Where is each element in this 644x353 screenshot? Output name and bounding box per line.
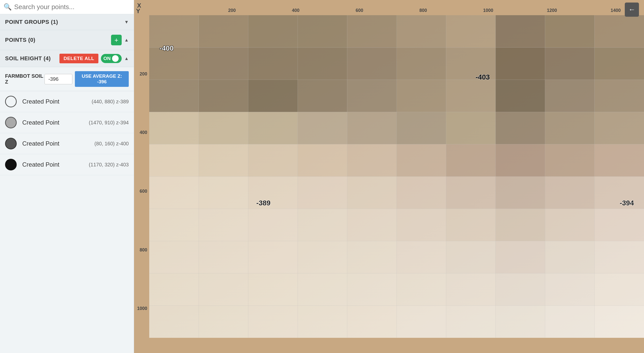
farmbot-soil-z-label: FARMBOT SOIL Z (5, 73, 45, 85)
svg-rect-34 (298, 112, 347, 144)
use-average-button[interactable]: USE AVERAGE Z: -396 (75, 71, 129, 87)
svg-rect-52 (199, 176, 248, 209)
point-groups-header: POINT GROUPS (1) ▼ (0, 14, 134, 30)
svg-rect-97 (446, 306, 496, 338)
soil-height-collapse-icon[interactable]: ▲ (124, 56, 129, 61)
svg-rect-55 (347, 176, 397, 209)
point-circle-1 (5, 117, 17, 128)
add-point-button[interactable]: + (111, 35, 122, 45)
svg-rect-100 (594, 306, 644, 338)
ruler-tick-left-1000: 1000 (137, 306, 147, 311)
svg-rect-98 (496, 306, 545, 338)
svg-rect-33 (248, 112, 298, 144)
ruler-tick-left-400: 400 (140, 130, 147, 135)
svg-rect-48 (496, 144, 545, 176)
point-name-2: Created Point (22, 140, 94, 147)
soil-height-header: SOIL HEIGHT (4) DELETE ALL ON ▲ (0, 50, 134, 67)
svg-rect-51 (149, 176, 199, 209)
list-item[interactable]: Created Point (80, 160) z-400 (0, 133, 134, 154)
svg-rect-54 (298, 176, 347, 209)
svg-rect-50 (594, 144, 644, 176)
points-header: POINTS (0) + ▲ (0, 30, 134, 50)
created-points-list: Created Point (440, 880) z-389 Created P… (0, 91, 134, 175)
delete-all-button[interactable]: DELETE ALL (59, 54, 98, 63)
svg-rect-40 (594, 112, 644, 144)
ruler-tick-left-600: 600 (140, 188, 147, 194)
point-circle-3 (5, 159, 17, 170)
ruler-tick-top-600: 600 (356, 8, 363, 13)
svg-rect-69 (545, 209, 595, 241)
svg-rect-57 (446, 176, 496, 209)
svg-rect-79 (545, 241, 595, 273)
svg-rect-26 (397, 80, 446, 112)
svg-rect-44 (298, 144, 347, 176)
svg-rect-74 (298, 241, 347, 273)
farmbot-soil-z-row: FARMBOT SOIL Z USE AVERAGE Z: -396 (0, 67, 134, 91)
svg-rect-90 (594, 273, 644, 305)
left-panel: 🔍 POINT GROUPS (1) ▼ POINTS (0) + ▲ SOIL… (0, 0, 134, 353)
svg-rect-23 (248, 80, 298, 112)
svg-rect-43 (248, 144, 298, 176)
list-item[interactable]: Created Point (440, 880) z-389 (0, 91, 134, 112)
svg-rect-81 (149, 273, 199, 305)
svg-rect-82 (199, 273, 248, 305)
svg-rect-35 (347, 112, 397, 144)
svg-rect-73 (248, 241, 298, 273)
svg-rect-80 (594, 241, 644, 273)
search-icon: 🔍 (4, 3, 12, 11)
points-collapse-icon[interactable]: ▲ (124, 37, 129, 43)
svg-rect-25 (347, 80, 397, 112)
ruler-left: 200 400 600 800 1000 (134, 15, 149, 338)
svg-rect-20 (594, 47, 644, 80)
list-item[interactable]: Created Point (1470, 910) z-394 (0, 112, 134, 133)
svg-rect-31 (149, 112, 199, 144)
svg-rect-3 (248, 15, 298, 47)
ruler-tick-left-200: 200 (140, 71, 147, 76)
search-input[interactable] (14, 3, 130, 11)
svg-rect-28 (496, 80, 545, 112)
svg-rect-46 (397, 144, 446, 176)
point-name-3: Created Point (22, 161, 89, 168)
svg-rect-30 (594, 80, 644, 112)
svg-rect-76 (397, 241, 446, 273)
svg-rect-39 (545, 112, 595, 144)
svg-rect-64 (298, 209, 347, 241)
svg-rect-75 (347, 241, 397, 273)
svg-rect-29 (545, 80, 595, 112)
svg-rect-32 (199, 112, 248, 144)
svg-rect-4 (298, 15, 347, 47)
svg-rect-78 (496, 241, 545, 273)
svg-rect-95 (347, 306, 397, 338)
ruler-top: 200 400 600 800 1000 1200 1400 (149, 0, 644, 15)
svg-rect-38 (496, 112, 545, 144)
svg-rect-99 (545, 306, 595, 338)
svg-rect-27 (446, 80, 496, 112)
svg-rect-96 (397, 306, 446, 338)
soil-height-title: SOIL HEIGHT (4) (5, 55, 51, 62)
ruler-tick-top-1200: 1200 (547, 8, 557, 13)
svg-rect-5 (347, 15, 397, 47)
svg-rect-93 (248, 306, 298, 338)
farmbot-z-input[interactable] (45, 74, 72, 84)
ruler-bottom (149, 338, 644, 353)
svg-rect-68 (496, 209, 545, 241)
svg-rect-22 (199, 80, 248, 112)
point-name-1: Created Point (22, 119, 89, 126)
svg-rect-10 (594, 15, 644, 47)
svg-rect-62 (199, 209, 248, 241)
point-groups-title: POINT GROUPS (1) (5, 19, 58, 25)
y-axis-label: Y (136, 8, 140, 15)
svg-rect-71 (149, 241, 199, 273)
soil-height-toggle[interactable]: ON (101, 54, 122, 63)
point-groups-collapse-icon[interactable]: ▼ (124, 19, 129, 25)
point-coords-2: (80, 160) z-400 (94, 141, 129, 147)
list-item[interactable]: Created Point (1170, 320) z-403 (0, 154, 134, 175)
back-button[interactable]: ← (625, 3, 639, 17)
svg-rect-1 (149, 15, 199, 47)
ruler-tick-left-800: 800 (140, 247, 147, 252)
svg-rect-15 (347, 47, 397, 80)
svg-rect-49 (545, 144, 595, 176)
svg-rect-58 (496, 176, 545, 209)
svg-rect-11 (149, 47, 199, 80)
toggle-label: ON (103, 56, 111, 61)
